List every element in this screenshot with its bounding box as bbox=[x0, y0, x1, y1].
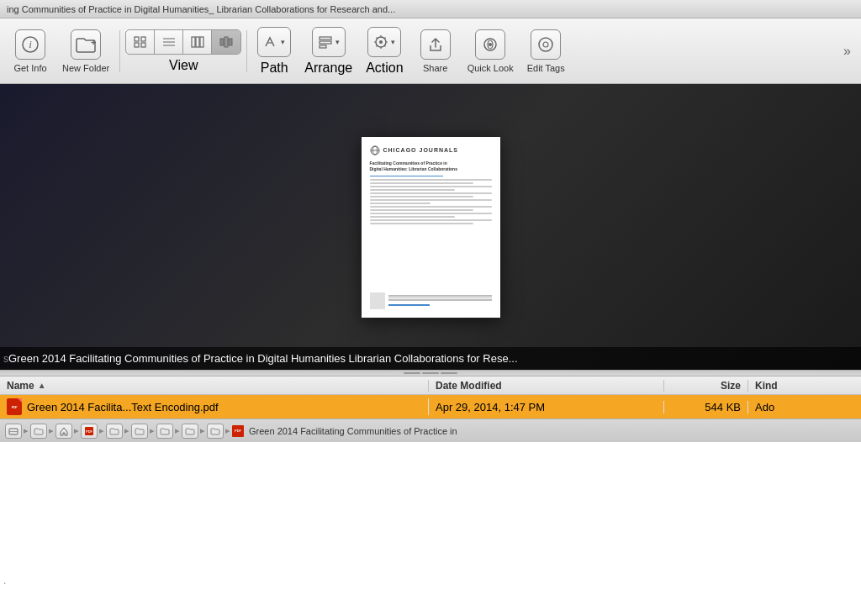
divider-dots bbox=[404, 372, 457, 374]
view-column-btn[interactable] bbox=[183, 30, 212, 54]
file-list: PDF Green 2014 Facilita...Text Encoding.… bbox=[0, 395, 861, 419]
pdf-small-icon: PDF bbox=[84, 426, 94, 436]
bottom-nav-btn-7[interactable] bbox=[156, 424, 173, 439]
pdf-line bbox=[370, 189, 456, 191]
edit-tags-icon bbox=[531, 29, 561, 60]
new-folder-icon: + bbox=[71, 29, 101, 60]
path-label: Path bbox=[261, 61, 288, 76]
view-icons-row bbox=[125, 29, 241, 55]
svg-rect-6 bbox=[141, 43, 145, 47]
path-sep-5: ▸ bbox=[124, 425, 129, 436]
table-row[interactable]: PDF Green 2014 Facilita...Text Encoding.… bbox=[0, 395, 861, 419]
folder-icon-9 bbox=[210, 426, 220, 436]
footer-line bbox=[388, 299, 492, 301]
bottom-nav-btn-5[interactable] bbox=[106, 424, 123, 439]
divider-dot bbox=[404, 372, 420, 374]
svg-point-24 bbox=[489, 43, 492, 46]
file-name-cell: PDF Green 2014 Facilita...Text Encoding.… bbox=[0, 398, 429, 415]
quick-look-icon bbox=[475, 29, 505, 60]
pdf-blue-bar bbox=[388, 304, 430, 306]
toolbar-overflow-btn[interactable]: » bbox=[840, 40, 854, 62]
svg-rect-31 bbox=[9, 431, 18, 432]
column-name-header[interactable]: Name ▲ bbox=[0, 380, 429, 392]
get-info-button[interactable]: i Get Info bbox=[7, 26, 54, 76]
separator-2 bbox=[246, 30, 247, 72]
bottom-nav-drive-btn[interactable] bbox=[5, 424, 22, 439]
folder-icon-6 bbox=[135, 426, 145, 436]
pdf-preview: CHICAGO JOURNALS Facilitating Communitie… bbox=[362, 137, 500, 318]
bottom-nav-home-btn[interactable] bbox=[55, 424, 72, 439]
bottom-nav-btn-2[interactable] bbox=[30, 424, 47, 439]
arrange-button[interactable]: ▾ Arrange bbox=[299, 24, 357, 79]
column-kind-header[interactable]: Kind bbox=[748, 380, 861, 392]
svg-text:i: i bbox=[29, 38, 32, 50]
edit-tags-label: Edit Tags bbox=[527, 63, 565, 73]
bottom-nav-btn-9[interactable] bbox=[207, 424, 224, 439]
path-sep-3: ▸ bbox=[74, 425, 79, 436]
svg-rect-19 bbox=[320, 45, 326, 48]
pdf-line bbox=[370, 219, 492, 221]
pdf-line bbox=[370, 179, 492, 181]
svg-rect-14 bbox=[224, 37, 228, 47]
column-modified-header[interactable]: Date Modified bbox=[429, 380, 664, 392]
folder-icon-7 bbox=[160, 426, 170, 436]
new-folder-label: New Folder bbox=[62, 63, 109, 73]
arrange-dropdown-arrow: ▾ bbox=[335, 38, 340, 46]
bottom-path-label: Green 2014 Facilitating Communities of P… bbox=[249, 426, 457, 436]
pdf-line bbox=[370, 213, 492, 214]
bottom-nav-btn-4[interactable]: PDF bbox=[81, 424, 98, 439]
path-sep-6: ▸ bbox=[150, 425, 155, 436]
new-folder-button[interactable]: + New Folder bbox=[57, 26, 114, 76]
get-info-icon: i bbox=[15, 29, 45, 60]
file-list-header: Name ▲ Date Modified Size Kind bbox=[0, 376, 861, 395]
bottom-nav-btn-8[interactable] bbox=[182, 424, 198, 439]
folder-icon-5 bbox=[109, 426, 119, 436]
svg-rect-5 bbox=[135, 43, 139, 47]
share-label: Share bbox=[423, 63, 447, 73]
folder-icon-8 bbox=[185, 426, 195, 436]
pdf-line bbox=[370, 206, 492, 208]
path-sep-2: ▸ bbox=[49, 425, 54, 436]
path-button[interactable]: ▾ Path bbox=[252, 24, 296, 79]
edit-tags-button[interactable]: Edit Tags bbox=[522, 26, 570, 76]
svg-text:+: + bbox=[91, 37, 96, 47]
quick-look-button[interactable]: Quick Look bbox=[462, 26, 519, 76]
path-sep-4: ▸ bbox=[99, 425, 104, 436]
path-sep-7: ▸ bbox=[175, 425, 180, 436]
action-icon-area: ▾ bbox=[367, 27, 401, 57]
pdf-body bbox=[370, 179, 492, 224]
svg-rect-15 bbox=[229, 39, 232, 45]
toolbar: i Get Info + New Folder bbox=[0, 18, 861, 84]
chicago-journals-text: CHICAGO JOURNALS bbox=[383, 147, 459, 153]
path-sep-8: ▸ bbox=[200, 425, 205, 436]
action-button[interactable]: ▾ Action bbox=[361, 24, 408, 79]
svg-rect-3 bbox=[135, 37, 139, 41]
divider-handle[interactable] bbox=[0, 370, 861, 376]
svg-rect-12 bbox=[200, 37, 203, 47]
pdf-line bbox=[370, 199, 492, 201]
share-button[interactable]: Share bbox=[412, 26, 459, 76]
view-group: View bbox=[125, 29, 241, 73]
view-coverflow-btn[interactable] bbox=[212, 30, 240, 54]
path-sep-1: ▸ bbox=[24, 425, 29, 436]
get-info-label: Get Info bbox=[13, 63, 46, 73]
sort-arrow-icon: ▲ bbox=[38, 381, 46, 390]
column-size-header[interactable]: Size bbox=[664, 380, 748, 392]
view-icon-btn[interactable] bbox=[126, 30, 155, 54]
bottom-nav-btn-6[interactable] bbox=[131, 424, 148, 439]
pdf-line bbox=[370, 196, 473, 197]
divider-dot bbox=[441, 372, 457, 374]
pdf-thumb bbox=[370, 292, 385, 309]
pdf-line bbox=[370, 223, 473, 224]
bottom-bar: ▸ ▸ ▸ PDF ▸ ▸ ▸ ▸ ▸ bbox=[0, 419, 861, 442]
svg-rect-13 bbox=[220, 39, 224, 45]
drive-icon bbox=[8, 426, 18, 436]
view-label: View bbox=[169, 58, 198, 73]
pdf-line bbox=[370, 186, 492, 187]
view-list-btn[interactable] bbox=[155, 30, 183, 54]
action-dropdown-arrow: ▾ bbox=[391, 38, 395, 46]
share-icon bbox=[420, 29, 451, 60]
pdf-footer bbox=[370, 292, 492, 309]
preview-area: CHICAGO JOURNALS Facilitating Communitie… bbox=[0, 84, 861, 370]
window-title: ing Communities of Practice in Digital H… bbox=[7, 4, 395, 14]
